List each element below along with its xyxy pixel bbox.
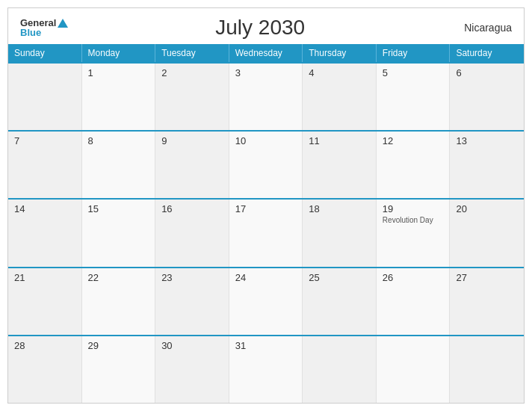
day-cell: 30 <box>155 336 229 403</box>
day-header-wednesday: Wednesday <box>229 44 303 62</box>
day-number: 28 <box>14 340 75 351</box>
day-cell: 18 <box>303 200 377 266</box>
day-cell: 3 <box>229 64 303 130</box>
day-cell: 25 <box>303 268 377 335</box>
day-header-monday: Monday <box>82 44 156 62</box>
day-cell: 7 <box>8 132 82 198</box>
day-number: 13 <box>456 135 518 146</box>
calendar-title: July 2030 <box>68 16 452 40</box>
day-number: 30 <box>161 340 223 351</box>
day-number: 9 <box>161 135 223 146</box>
day-cell: 23 <box>155 268 229 335</box>
day-cell: 16 <box>155 200 229 266</box>
day-number: 2 <box>161 67 223 78</box>
day-number: 15 <box>88 203 149 214</box>
logo-blue-text: Blue <box>20 28 68 37</box>
week-row-5: 28293031 <box>8 335 524 403</box>
day-header-saturday: Saturday <box>450 44 524 62</box>
day-cell: 2 <box>155 64 229 130</box>
day-header-friday: Friday <box>377 44 451 62</box>
day-cell: 22 <box>82 268 156 335</box>
logo-triangle-icon <box>58 19 68 28</box>
calendar: General Blue July 2030 Nicaragua SundayM… <box>7 7 525 404</box>
day-number: 31 <box>235 340 297 351</box>
day-number: 12 <box>383 135 444 146</box>
calendar-country: Nicaragua <box>452 22 512 34</box>
day-number: 18 <box>309 203 370 214</box>
day-cell: 11 <box>303 132 377 198</box>
day-number: 17 <box>235 203 297 214</box>
day-number: 10 <box>235 135 297 146</box>
day-cell: 1 <box>82 64 156 130</box>
holiday-label: Revolution Day <box>383 216 444 225</box>
day-cell: 15 <box>82 200 156 266</box>
day-cell: 5 <box>377 64 451 130</box>
day-cell: 20 <box>450 200 524 266</box>
day-cell: 21 <box>8 268 82 335</box>
day-number: 25 <box>309 272 370 283</box>
week-row-2: 78910111213 <box>8 130 524 198</box>
day-number: 8 <box>88 135 149 146</box>
day-number: 23 <box>161 272 223 283</box>
week-row-1: 123456 <box>8 62 524 130</box>
day-cell: 29 <box>82 336 156 403</box>
day-cell <box>8 64 82 130</box>
day-cell <box>377 336 451 403</box>
day-number: 4 <box>309 67 370 78</box>
day-header-thursday: Thursday <box>303 44 377 62</box>
day-number: 20 <box>456 203 518 214</box>
day-cell: 26 <box>377 268 451 335</box>
day-cell: 10 <box>229 132 303 198</box>
day-header-sunday: Sunday <box>8 44 82 62</box>
day-number: 6 <box>456 67 518 78</box>
day-cell <box>303 336 377 403</box>
day-number: 19 <box>383 203 444 214</box>
days-header: SundayMondayTuesdayWednesdayThursdayFrid… <box>8 44 524 62</box>
day-cell: 9 <box>155 132 229 198</box>
day-number: 7 <box>14 135 75 146</box>
day-cell: 19Revolution Day <box>377 200 451 266</box>
calendar-grid: 12345678910111213141516171819Revolution … <box>8 62 524 403</box>
day-header-tuesday: Tuesday <box>155 44 229 62</box>
day-number: 16 <box>161 203 223 214</box>
logo: General Blue <box>20 18 68 37</box>
day-cell: 28 <box>8 336 82 403</box>
day-number: 1 <box>88 67 149 78</box>
day-cell: 14 <box>8 200 82 266</box>
day-cell: 17 <box>229 200 303 266</box>
day-cell: 4 <box>303 64 377 130</box>
week-row-3: 141516171819Revolution Day20 <box>8 198 524 266</box>
day-cell: 27 <box>450 268 524 335</box>
week-row-4: 21222324252627 <box>8 267 524 335</box>
calendar-header: General Blue July 2030 Nicaragua <box>8 8 524 44</box>
day-cell: 31 <box>229 336 303 403</box>
day-number: 11 <box>309 135 370 146</box>
day-number: 29 <box>88 340 149 351</box>
day-number: 22 <box>88 272 149 283</box>
day-number: 5 <box>383 67 444 78</box>
day-cell: 8 <box>82 132 156 198</box>
day-cell: 6 <box>450 64 524 130</box>
day-number: 21 <box>14 272 75 283</box>
day-number: 14 <box>14 203 75 214</box>
day-number: 26 <box>383 272 444 283</box>
day-cell: 24 <box>229 268 303 335</box>
day-number: 3 <box>235 67 297 78</box>
day-number: 24 <box>235 272 297 283</box>
day-cell: 12 <box>377 132 451 198</box>
day-cell <box>450 336 524 403</box>
day-cell: 13 <box>450 132 524 198</box>
day-number: 27 <box>456 272 518 283</box>
